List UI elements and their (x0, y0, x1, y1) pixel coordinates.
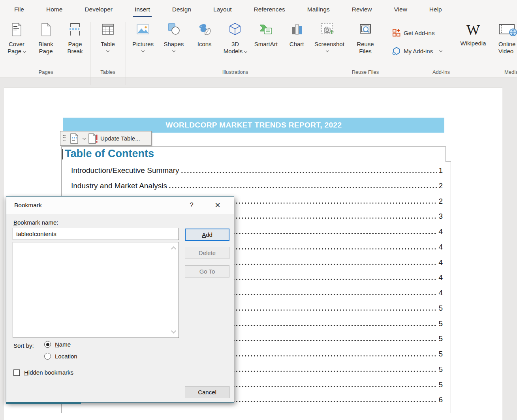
toc-entry-page-number: 5 (437, 304, 443, 313)
tab-developer[interactable]: Developer (73, 2, 124, 17)
screenshot-label: Screenshot (314, 41, 340, 48)
3d-models-button[interactable]: 3D Models (222, 20, 248, 54)
online-video-button[interactable]: Online Video (498, 20, 517, 54)
chevron-down-icon (326, 49, 329, 52)
screenshot-icon (320, 20, 335, 39)
scroll-down-icon[interactable] (171, 328, 176, 334)
icons-duck-icon (197, 20, 212, 39)
reuse-files-icon (357, 20, 373, 39)
blank-page-button[interactable]: Blank Page (33, 20, 58, 54)
get-addins-button[interactable]: Get Add-ins (392, 28, 442, 38)
sort-name-option[interactable]: Name (44, 341, 71, 348)
tab-design[interactable]: Design (161, 2, 202, 17)
chevron-down-icon (439, 49, 442, 52)
delete-button[interactable]: Delete (185, 247, 229, 259)
chart-label: Chart (290, 41, 304, 48)
toc-entry-page-number: 5 (437, 334, 443, 343)
text-cursor (62, 149, 63, 159)
chart-button[interactable]: Chart (284, 20, 309, 54)
chevron-down-icon (244, 49, 247, 52)
shapes-icon (166, 20, 182, 39)
tab-file[interactable]: File (3, 2, 35, 17)
toc-entry-page-number: 5 (437, 381, 443, 389)
toc-entry-label: Industry and Market Analysis (71, 182, 168, 190)
chevron-down-icon (172, 49, 175, 52)
group-tables: Table Tables (92, 18, 124, 77)
update-table-button[interactable]: Update Table... (88, 133, 140, 144)
toc-entry-page-number: 1 (437, 166, 443, 175)
bookmark-name-input[interactable] (13, 228, 179, 240)
update-table-icon (88, 133, 98, 144)
pictures-button[interactable]: Pictures (130, 20, 156, 54)
reuse-files-button[interactable]: Reuse Files (351, 20, 380, 54)
toc-entry-page-number: 2 (437, 197, 443, 206)
page-break-label: Page Break (62, 41, 88, 54)
tab-references[interactable]: References (243, 2, 296, 17)
chevron-down-icon (141, 49, 145, 52)
cover-page-label: Cover Page (8, 41, 24, 54)
toc-entry[interactable]: Industry and Market Analysis2 (71, 180, 443, 190)
toc-entry-page-number: 5 (437, 319, 443, 328)
radio-location[interactable] (44, 353, 51, 360)
wikipedia-button[interactable]: W Wikipedia (458, 21, 489, 47)
group-separator (386, 22, 386, 85)
close-icon[interactable]: ✕ (209, 197, 227, 214)
hidden-bookmarks-option[interactable]: Hidden bookmarks (13, 369, 73, 376)
group-reuse-files: Reuse Files Reuse Files (346, 18, 384, 77)
tab-insert[interactable]: Insert (124, 2, 161, 17)
get-addins-label: Get Add-ins (404, 30, 434, 36)
table-button[interactable]: Table (95, 20, 120, 52)
radio-name[interactable] (44, 341, 51, 348)
my-addins-button[interactable]: My Add-ins (392, 46, 442, 56)
shapes-button[interactable]: Shapes (161, 20, 186, 54)
blank-page-label: Blank Page (33, 41, 58, 54)
my-addins-label: My Add-ins (404, 48, 433, 54)
smartart-button[interactable]: SmartArt (253, 20, 278, 54)
get-addins-icon (392, 28, 401, 37)
help-button[interactable]: ? (182, 197, 201, 214)
hidden-bookmarks-checkbox[interactable] (13, 369, 20, 376)
add-button[interactable]: Add (185, 229, 229, 241)
toc-entry-page-number: 2 (437, 182, 443, 190)
drag-handle-icon[interactable] (63, 135, 67, 142)
group-label-media: Media (498, 69, 517, 75)
page-break-button[interactable]: Page Break (62, 20, 88, 54)
toc-heading[interactable]: Table of Contents (65, 148, 154, 160)
update-table-label: Update Table... (100, 135, 140, 142)
icons-button[interactable]: Icons (192, 20, 217, 54)
pictures-icon (135, 20, 151, 39)
radio-name-label: Name (55, 341, 71, 348)
group-media: Online Video Media (498, 18, 517, 77)
tab-layout[interactable]: Layout (202, 2, 243, 17)
group-label-tables: Tables (92, 69, 124, 75)
reuse-files-label: Reuse Files (352, 41, 378, 54)
chart-icon (289, 20, 305, 39)
cancel-button[interactable]: Cancel (185, 386, 229, 398)
cover-page-button[interactable]: Cover Page (4, 20, 29, 54)
tab-view[interactable]: View (383, 2, 418, 17)
online-video-label: Online Video (498, 41, 517, 54)
tab-review[interactable]: Review (341, 2, 383, 17)
3d-models-cube-icon (227, 20, 243, 39)
toc-entry-page-number: 6 (437, 396, 443, 404)
tab-help[interactable]: Help (418, 2, 453, 17)
go-to-button[interactable]: Go To (185, 265, 229, 278)
group-label-addins: Add-ins (387, 69, 495, 75)
bookmark-list[interactable] (13, 242, 179, 338)
dialog-titlebar[interactable]: Bookmark ? ✕ (6, 197, 234, 214)
toc-entry-page-number: 4 (437, 227, 443, 236)
tab-home[interactable]: Home (35, 2, 73, 17)
toc-entry-page-number: 4 (437, 289, 443, 297)
sort-location-option[interactable]: Location (44, 353, 77, 360)
group-label-pages: Pages (4, 69, 88, 75)
tab-mailings[interactable]: Mailings (296, 2, 341, 17)
screenshot-button[interactable]: Screenshot (315, 20, 340, 54)
toc-border-top (61, 146, 446, 147)
blank-page-icon (38, 20, 54, 39)
table-label: Table (101, 41, 115, 48)
hidden-bookmarks-label: Hidden bookmarks (24, 369, 73, 376)
toc-entry[interactable]: Introduction/Executive Summary1 (71, 164, 443, 175)
scroll-up-icon[interactable] (171, 246, 176, 251)
toc-content-control-button[interactable] (69, 133, 85, 144)
group-separator (90, 22, 90, 85)
